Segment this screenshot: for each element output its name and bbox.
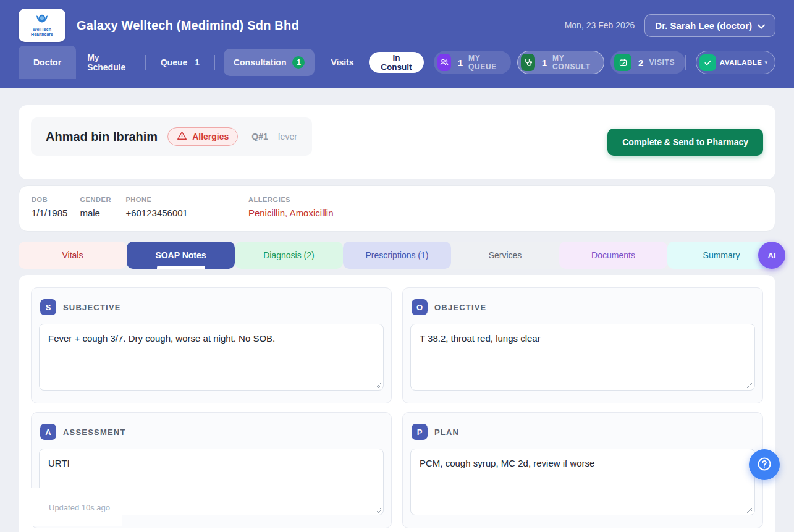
- warning-icon: [177, 131, 187, 142]
- info-dob: DOB 1/1/1985: [32, 196, 67, 221]
- clinic-logo: WellTech Healthcare: [19, 9, 65, 42]
- ai-assistant-button[interactable]: AI: [758, 242, 785, 269]
- app-header: WellTech Healthcare Galaxy Welltech (Med…: [0, 0, 794, 88]
- tab-soap-notes[interactable]: SOAP Notes: [127, 242, 235, 269]
- check-icon: [699, 54, 716, 71]
- main-nav: Doctor My Schedule Queue 1 Consultation …: [0, 46, 794, 79]
- my-consult-pill[interactable]: 1 MY CONSULT: [517, 51, 604, 74]
- tab-services[interactable]: Services: [451, 242, 559, 269]
- question-mark-icon: [756, 456, 772, 474]
- queue-number: Q#1: [251, 132, 268, 141]
- tab-documents[interactable]: Documents: [559, 242, 667, 269]
- tab-vitals[interactable]: Vitals: [19, 242, 127, 269]
- visits-count: 2: [638, 57, 643, 68]
- clinic-logo-text: WellTech Healthcare: [31, 27, 53, 38]
- queue-count: 1: [195, 57, 200, 67]
- clinic-logo-icon: [35, 14, 49, 27]
- info-phone: PHONE +60123456001: [125, 196, 188, 221]
- consultation-content: Ahmad bin Ibrahim Allergies Q#1 fever Co…: [19, 105, 775, 532]
- nav-tab-queue[interactable]: Queue 1: [150, 50, 211, 75]
- subjective-badge: S: [40, 299, 56, 315]
- my-queue-count: 1: [458, 57, 463, 68]
- in-consult-chip[interactable]: In Consult: [369, 52, 424, 73]
- subjective-card: S SUBJECTIVE Fever + cough 3/7. Dry coug…: [31, 287, 392, 403]
- complete-send-pharmacy-button[interactable]: Complete & Send to Pharmacy: [607, 129, 763, 156]
- my-consult-count: 1: [542, 57, 547, 68]
- objective-card: O OBJECTIVE T 38.2, throat red, lungs cl…: [402, 287, 763, 403]
- user-menu-button[interactable]: Dr. Sarah Lee (doctor): [644, 14, 775, 37]
- assessment-badge: A: [40, 424, 56, 440]
- nav-divider: [685, 55, 686, 70]
- patient-name: Ahmad bin Ibrahim: [46, 130, 158, 144]
- autosave-status: Updated 10s ago: [19, 488, 122, 526]
- tab-prescriptions[interactable]: Prescriptions (1): [343, 242, 451, 269]
- consult-tab-bar: Vitals SOAP Notes Diagnosis (2) Prescrip…: [19, 242, 775, 269]
- patient-summary: Ahmad bin Ibrahim Allergies Q#1 fever: [31, 117, 312, 156]
- plan-card: P PLAN PCM, cough syrup, MC 2d, review i…: [402, 412, 763, 528]
- caret-down-icon: ▾: [764, 59, 767, 65]
- nav-tab-consultation[interactable]: Consultation 1: [224, 49, 315, 76]
- visits-pill[interactable]: 2 VISITS: [610, 51, 685, 74]
- plan-input[interactable]: PCM, cough syrup, MC 2d, review if worse: [410, 449, 755, 515]
- objective-badge: O: [412, 299, 428, 315]
- clinic-name: Galaxy Welltech (Medimind) Sdn Bhd: [77, 19, 565, 33]
- tab-diagnosis[interactable]: Diagnosis (2): [235, 242, 343, 269]
- availability-dropdown[interactable]: AVAILABLE ▾: [696, 51, 775, 74]
- nav-tab-visits[interactable]: Visits: [319, 50, 365, 75]
- calendar-check-icon: [614, 54, 631, 71]
- info-allergies: ALLERGIES Penicillin, Amoxicillin: [248, 196, 334, 221]
- objective-input[interactable]: T 38.2, throat red, lungs clear: [410, 324, 755, 391]
- user-name: Dr. Sarah Lee (doctor): [655, 20, 752, 31]
- allergies-badge[interactable]: Allergies: [167, 127, 238, 146]
- patient-info-bar: DOB 1/1/1985 GENDER male PHONE +60123456…: [19, 185, 775, 232]
- soap-notes-panel: S SUBJECTIVE Fever + cough 3/7. Dry coug…: [19, 275, 775, 532]
- nav-divider: [214, 55, 215, 70]
- info-gender: GENDER male: [80, 196, 113, 221]
- nav-tab-my-schedule[interactable]: My Schedule: [76, 50, 141, 75]
- stethoscope-icon: [521, 54, 534, 71]
- subjective-input[interactable]: Fever + cough 3/7. Dry cough, worse at n…: [39, 324, 384, 391]
- active-tab-indicator: [157, 266, 205, 269]
- plan-badge: P: [412, 424, 428, 440]
- my-queue-pill[interactable]: 1 MY QUEUE: [434, 51, 511, 74]
- chevron-down-icon: [758, 20, 765, 31]
- chief-complaint: fever: [278, 132, 297, 141]
- consultation-count-badge: 1: [292, 56, 305, 69]
- patient-banner: Ahmad bin Ibrahim Allergies Q#1 fever Co…: [19, 105, 775, 179]
- current-date: Mon, 23 Feb 2026: [565, 20, 635, 30]
- nav-tab-doctor[interactable]: Doctor: [19, 46, 76, 79]
- nav-divider: [145, 55, 146, 70]
- help-button[interactable]: [749, 449, 780, 480]
- people-icon: [437, 54, 450, 71]
